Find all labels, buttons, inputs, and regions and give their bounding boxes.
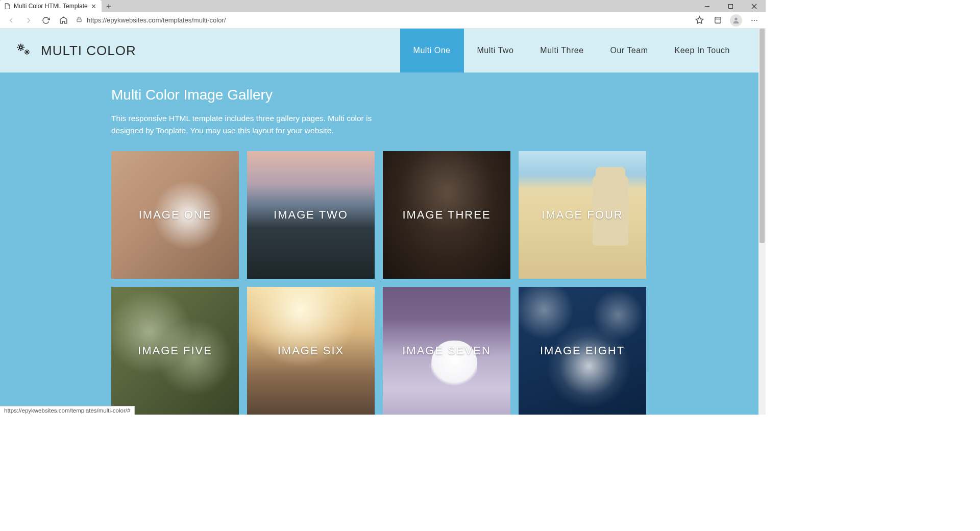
site-header: MULTI COLOR Multi One Multi Two Multi Th… bbox=[0, 29, 758, 73]
svg-rect-6 bbox=[715, 17, 720, 23]
nav-multi-one[interactable]: Multi One bbox=[400, 29, 464, 73]
svg-line-19 bbox=[22, 45, 23, 45]
gallery-label: IMAGE TWO bbox=[274, 208, 348, 222]
gallery-card[interactable]: IMAGE FOUR bbox=[519, 151, 646, 279]
nav-keep-in-touch[interactable]: Keep In Touch bbox=[661, 29, 743, 73]
gallery-label: IMAGE ONE bbox=[139, 208, 212, 222]
tab-close-icon[interactable]: ✕ bbox=[91, 3, 96, 10]
gallery-card[interactable]: IMAGE FIVE bbox=[111, 287, 239, 415]
gallery-card[interactable]: IMAGE EIGHT bbox=[519, 287, 646, 415]
close-window-button[interactable] bbox=[742, 0, 766, 12]
svg-line-26 bbox=[25, 50, 26, 51]
profile-button[interactable] bbox=[728, 12, 744, 29]
maximize-button[interactable] bbox=[719, 0, 742, 12]
page-description: This responsive HTML template includes t… bbox=[111, 112, 397, 137]
svg-marker-5 bbox=[696, 16, 703, 23]
menu-button[interactable] bbox=[746, 12, 763, 29]
svg-rect-1 bbox=[728, 4, 732, 8]
svg-point-12 bbox=[19, 46, 22, 49]
vertical-scrollbar[interactable] bbox=[758, 29, 766, 415]
gallery-grid: IMAGE ONE IMAGE TWO IMAGE THREE IMAGE FO… bbox=[111, 151, 647, 415]
address-bar[interactable]: https://epykwebsites.com/templates/multi… bbox=[76, 13, 687, 28]
svg-point-9 bbox=[751, 19, 752, 20]
lock-icon bbox=[76, 16, 83, 25]
svg-line-28 bbox=[28, 50, 29, 51]
page-viewport: MULTI COLOR Multi One Multi Two Multi Th… bbox=[0, 29, 758, 415]
svg-line-27 bbox=[28, 53, 29, 54]
svg-line-17 bbox=[18, 45, 19, 45]
svg-rect-4 bbox=[77, 19, 81, 21]
new-tab-button[interactable]: ＋ bbox=[102, 0, 116, 12]
page-icon bbox=[4, 3, 11, 10]
status-bar: https://epykwebsites.com/templates/multi… bbox=[0, 406, 135, 415]
gallery-card[interactable]: IMAGE ONE bbox=[111, 151, 239, 279]
svg-line-20 bbox=[18, 49, 19, 50]
back-button[interactable] bbox=[3, 12, 19, 29]
minimize-button[interactable] bbox=[695, 0, 719, 12]
titlebar: Multi Color HTML Template ✕ ＋ bbox=[0, 0, 766, 12]
svg-point-10 bbox=[754, 19, 755, 20]
gallery-card[interactable]: IMAGE THREE bbox=[383, 151, 510, 279]
browser-tab[interactable]: Multi Color HTML Template ✕ bbox=[0, 0, 102, 12]
nav-our-team[interactable]: Our Team bbox=[597, 29, 662, 73]
favorites-button[interactable] bbox=[691, 12, 707, 29]
gallery-label: IMAGE FIVE bbox=[138, 344, 212, 357]
gallery-label: IMAGE SEVEN bbox=[402, 344, 491, 357]
refresh-button[interactable] bbox=[38, 12, 54, 29]
gallery-label: IMAGE SIX bbox=[278, 344, 344, 357]
gears-icon bbox=[14, 42, 32, 59]
url-text: https://epykwebsites.com/templates/multi… bbox=[87, 16, 226, 24]
main-nav: Multi One Multi Two Multi Three Our Team… bbox=[400, 29, 743, 73]
gallery-label: IMAGE FOUR bbox=[542, 208, 623, 222]
svg-point-11 bbox=[756, 19, 757, 20]
gallery-label: IMAGE EIGHT bbox=[540, 344, 625, 357]
brand-text: MULTI COLOR bbox=[41, 43, 136, 59]
gallery-card[interactable]: IMAGE SEVEN bbox=[383, 287, 510, 415]
content-section: Multi Color Image Gallery This responsiv… bbox=[0, 73, 758, 415]
svg-point-8 bbox=[734, 17, 737, 20]
page-title: Multi Color Image Gallery bbox=[111, 87, 647, 103]
window-controls bbox=[695, 0, 766, 12]
browser-toolbar: https://epykwebsites.com/templates/multi… bbox=[0, 12, 766, 29]
nav-multi-two[interactable]: Multi Two bbox=[464, 29, 527, 73]
home-button[interactable] bbox=[55, 12, 71, 29]
nav-multi-three[interactable]: Multi Three bbox=[527, 29, 597, 73]
svg-point-21 bbox=[26, 51, 28, 53]
svg-line-29 bbox=[25, 53, 26, 54]
forward-button[interactable] bbox=[20, 12, 37, 29]
svg-line-18 bbox=[22, 49, 23, 50]
gallery-label: IMAGE THREE bbox=[402, 208, 491, 222]
tab-title: Multi Color HTML Template bbox=[14, 3, 88, 10]
gallery-card[interactable]: IMAGE SIX bbox=[247, 287, 375, 415]
scrollbar-thumb[interactable] bbox=[760, 29, 765, 243]
collections-button[interactable] bbox=[709, 12, 726, 29]
gallery-card[interactable]: IMAGE TWO bbox=[247, 151, 375, 279]
brand[interactable]: MULTI COLOR bbox=[14, 42, 136, 59]
